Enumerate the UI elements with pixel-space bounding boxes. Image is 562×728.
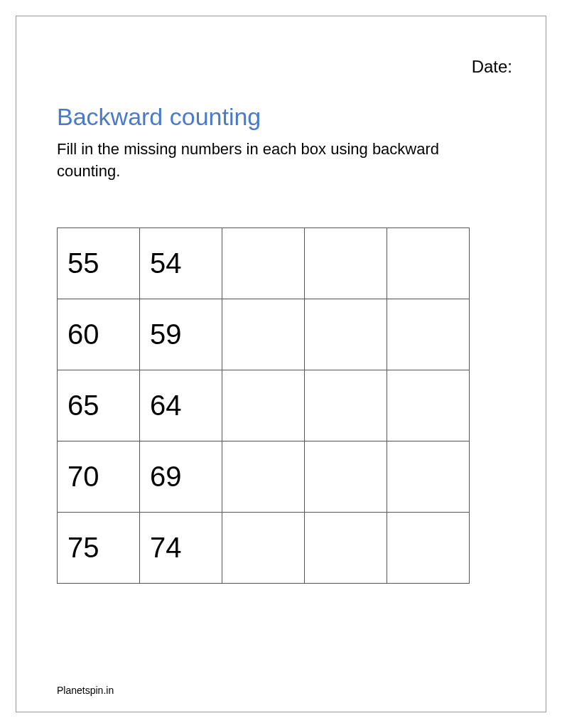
grid-cell[interactable] (222, 441, 305, 513)
grid-cell: 74 (140, 513, 222, 584)
grid-cell: 60 (58, 299, 140, 370)
worksheet-title: Backward counting (57, 103, 261, 131)
counting-grid: 55 54 60 59 65 64 70 69 75 74 (57, 228, 470, 584)
date-label: Date: (472, 57, 512, 77)
grid-cell[interactable] (222, 513, 305, 584)
table-row: 60 59 (58, 299, 470, 370)
table-row: 65 64 (58, 370, 470, 441)
grid-cell: 70 (58, 441, 140, 513)
grid-cell[interactable] (305, 441, 387, 513)
grid-cell[interactable] (305, 228, 387, 299)
grid-cell[interactable] (222, 228, 305, 299)
table-row: 55 54 (58, 228, 470, 299)
grid-cell[interactable] (387, 228, 470, 299)
grid-cell[interactable] (222, 299, 305, 370)
footer-credit: Planetspin.in (57, 685, 114, 696)
worksheet-instructions: Fill in the missing numbers in each box … (57, 139, 505, 183)
grid-cell: 55 (58, 228, 140, 299)
grid-cell: 65 (58, 370, 140, 441)
grid-cell: 75 (58, 513, 140, 584)
grid-cell[interactable] (387, 299, 470, 370)
grid-cell[interactable] (222, 370, 305, 441)
grid-cell: 64 (140, 370, 222, 441)
table-row: 70 69 (58, 441, 470, 513)
table-row: 75 74 (58, 513, 470, 584)
grid-cell: 59 (140, 299, 222, 370)
grid-cell[interactable] (305, 513, 387, 584)
grid-cell[interactable] (387, 370, 470, 441)
grid-cell: 69 (140, 441, 222, 513)
grid-cell[interactable] (387, 513, 470, 584)
grid-cell[interactable] (387, 441, 470, 513)
grid-cell[interactable] (305, 299, 387, 370)
grid-cell[interactable] (305, 370, 387, 441)
grid-cell: 54 (140, 228, 222, 299)
